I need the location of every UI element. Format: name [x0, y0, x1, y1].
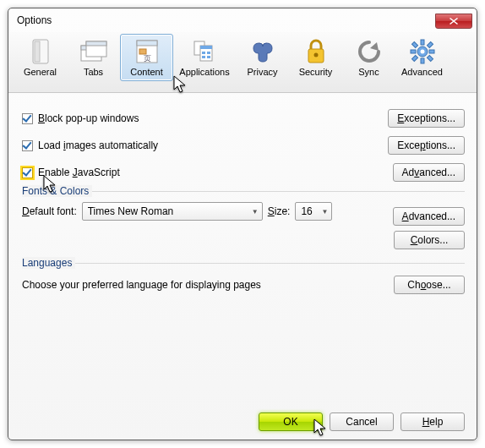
tab-label: Content — [130, 67, 163, 77]
checkbox-icon — [22, 167, 33, 178]
svg-rect-20 — [421, 40, 424, 45]
exceptions-popups-button[interactable]: Exceptions... — [388, 109, 465, 128]
checkbox-block-popups[interactable]: Block pop-up windows — [22, 112, 139, 124]
svg-rect-7 — [137, 41, 157, 46]
svg-rect-15 — [202, 56, 205, 58]
default-font-label: Default font: — [22, 205, 77, 217]
dialog-buttons: OK Cancel Help — [259, 412, 465, 431]
applications-icon — [191, 38, 218, 65]
svg-rect-25 — [427, 41, 433, 47]
close-button[interactable] — [435, 14, 472, 29]
tab-label: Privacy — [247, 67, 277, 77]
languages-desc: Choose your preferred language for displ… — [22, 279, 261, 291]
svg-rect-26 — [411, 55, 417, 61]
svg-point-28 — [420, 50, 424, 54]
svg-rect-16 — [207, 56, 210, 58]
cancel-button[interactable]: Cancel — [330, 412, 394, 431]
tab-label: Tabs — [84, 67, 103, 77]
svg-rect-5 — [86, 41, 106, 46]
content-panel: Block pop-up windows Exceptions... Load … — [8, 93, 477, 303]
svg-rect-27 — [427, 55, 433, 61]
tab-privacy[interactable]: Privacy — [236, 34, 289, 81]
svg-rect-24 — [411, 41, 417, 47]
svg-rect-1 — [35, 41, 40, 62]
checkbox-label: Enable JavaScript — [38, 167, 120, 178]
row-load-images: Load images automatically Exceptions... — [22, 135, 465, 156]
select-value: 16 — [301, 205, 312, 217]
advanced-js-button[interactable]: Advanced... — [393, 163, 465, 182]
group-title: Languages — [22, 257, 75, 269]
group-languages: Languages Choose your preferred language… — [22, 263, 465, 294]
content-icon: 页 — [134, 38, 161, 65]
checkbox-enable-javascript[interactable]: Enable JavaScript — [22, 167, 120, 178]
tab-security[interactable]: Security — [289, 34, 342, 81]
general-icon — [27, 38, 54, 65]
row-block-popups: Block pop-up windows Exceptions... — [22, 108, 465, 128]
svg-text:页: 页 — [144, 54, 151, 63]
tab-label: Sync — [358, 67, 379, 77]
category-toolbar: General Tabs 页 Content Applications Priv… — [8, 32, 477, 93]
fonts-advanced-button[interactable]: Advanced... — [393, 207, 465, 226]
close-icon — [450, 18, 458, 25]
tab-tabs[interactable]: Tabs — [67, 34, 120, 81]
svg-point-18 — [313, 53, 318, 57]
select-value: Times New Roman — [88, 205, 174, 217]
chevron-down-icon: ▼ — [322, 208, 329, 216]
titlebar: Options — [8, 8, 477, 32]
svg-rect-22 — [411, 50, 416, 53]
options-window: Options General Tabs 页 Content — [8, 8, 477, 440]
font-size-select[interactable]: 16 ▼ — [295, 202, 332, 221]
choose-language-button[interactable]: Choose... — [394, 276, 465, 294]
tabs-icon — [80, 38, 107, 65]
group-fonts-colors: Fonts & Colors Default font: Times New R… — [22, 191, 465, 249]
ok-button[interactable]: OK — [259, 412, 323, 431]
tab-label: General — [24, 67, 57, 77]
tab-content[interactable]: 页 Content — [120, 34, 173, 81]
size-label: Size: — [268, 205, 291, 217]
svg-rect-12 — [200, 46, 212, 49]
gear-icon — [409, 38, 436, 65]
security-icon — [302, 38, 330, 65]
help-button[interactable]: Help — [401, 412, 465, 431]
tab-label: Applications — [179, 67, 229, 77]
svg-rect-14 — [207, 52, 210, 54]
checkbox-load-images[interactable]: Load images automatically — [22, 139, 158, 151]
svg-rect-13 — [202, 52, 205, 54]
group-title: Fonts & Colors — [22, 185, 92, 197]
checkbox-icon — [22, 113, 33, 124]
window-title: Options — [17, 14, 52, 26]
checkbox-label: Block pop-up windows — [38, 112, 139, 124]
checkbox-label: Load images automatically — [38, 139, 158, 151]
default-font-select[interactable]: Times New Roman ▼ — [82, 202, 263, 221]
sync-icon — [356, 38, 383, 65]
tab-sync[interactable]: Sync — [342, 34, 395, 81]
tab-label: Advanced — [401, 67, 443, 77]
svg-rect-23 — [429, 50, 434, 53]
tab-label: Security — [299, 67, 333, 77]
colors-button[interactable]: Colors... — [394, 231, 465, 249]
svg-rect-21 — [421, 58, 424, 63]
checkbox-icon — [22, 140, 33, 151]
row-enable-javascript: Enable JavaScript Advanced... — [22, 162, 465, 183]
tab-applications[interactable]: Applications — [173, 34, 236, 81]
chevron-down-icon: ▼ — [252, 208, 259, 216]
tab-advanced[interactable]: Advanced — [395, 34, 449, 81]
tab-general[interactable]: General — [14, 34, 67, 81]
privacy-icon — [249, 38, 276, 65]
exceptions-images-button[interactable]: Exceptions... — [388, 136, 465, 155]
